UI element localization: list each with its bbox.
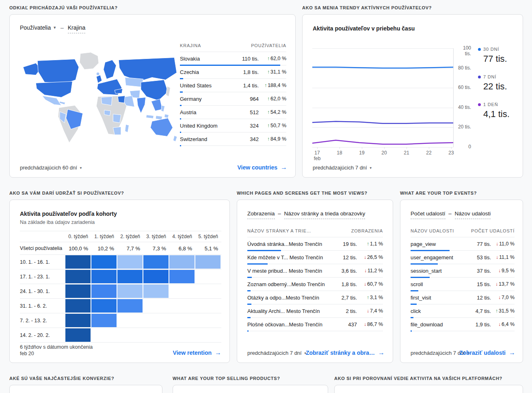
pages-card: Zobrazenia – Názov stránky a trieda obra… bbox=[237, 200, 393, 363]
value-bar bbox=[180, 91, 183, 93]
countries-table-header: KRAJINA POUŽÍVATELIA bbox=[180, 43, 286, 52]
value-bar bbox=[411, 250, 450, 251]
y-tick-label: 60 tis. bbox=[456, 85, 471, 90]
picker-separator: – bbox=[448, 211, 452, 217]
y-tick-label: 100 tis. bbox=[456, 45, 471, 56]
picker-separator: – bbox=[278, 211, 281, 217]
dimension-picker[interactable]: Názov stránky a trieda obrazovky bbox=[284, 211, 365, 219]
view-retention-link[interactable]: View retention→ bbox=[173, 349, 221, 356]
table-row: Zoznam odberný...Mesto Trenčín1,8 tis.↓6… bbox=[247, 278, 383, 291]
page-delta: ↓26,5 % bbox=[357, 254, 383, 260]
page-name: Otázky a odpo...Mesto Trenčín bbox=[247, 295, 336, 301]
cohort-row-label: 7. 2. - 13. 2. bbox=[20, 318, 65, 324]
value-bar bbox=[247, 304, 251, 305]
legend-label: 30 DNÍ bbox=[483, 47, 499, 52]
cohort-row: 10. 1. - 16. 1. bbox=[20, 255, 221, 269]
trend-arrow-icon: ↓ bbox=[364, 281, 366, 287]
country-delta: ↑84,9 % bbox=[259, 136, 286, 142]
page-name: Plošné očkovan...Mesto Trenčín bbox=[247, 321, 336, 328]
cohort-header-row: 0. týždeň 1. týždeň 2. týždeň 3. týždeň … bbox=[20, 231, 221, 242]
gridline bbox=[312, 147, 453, 148]
cohort-column-header: 5. týždeň bbox=[195, 234, 221, 239]
view-pages-link[interactable]: Zobraziť stránky a obra…→ bbox=[306, 349, 385, 356]
page-views: 2 tis. bbox=[336, 308, 357, 314]
events-title: Počet udalostí – Názov udalosti bbox=[411, 211, 491, 217]
cohort-cell bbox=[169, 270, 195, 283]
section-question-pages: WHICH PAGES AND SCREENS GET THE MOST VIE… bbox=[237, 191, 368, 195]
trend-arrow-icon: ↓ bbox=[498, 295, 501, 300]
cohort-row: 24. 1. - 30. 1. bbox=[20, 284, 221, 299]
x-tick-label: 21 bbox=[400, 150, 413, 156]
trend-arrow-icon: ↓ bbox=[498, 321, 501, 327]
event-delta: ↑31,5 % bbox=[491, 308, 515, 314]
x-tick-label: 17feb bbox=[310, 150, 324, 161]
country-delta: ↑62,0 % bbox=[259, 96, 286, 102]
date-range-picker[interactable]: predchádzajúcich 7 dní▼ bbox=[247, 350, 307, 356]
page-delta: ↑3,1 % bbox=[357, 295, 383, 300]
trend-lines-svg bbox=[312, 48, 453, 147]
country-value: 342 bbox=[234, 136, 259, 142]
countries-card: Používatelia▼ – Krajina bbox=[9, 14, 296, 178]
section-question-conversions: AKÉ SÚ VAŠE NAJČASTEJŠIE KONVERZIE? bbox=[9, 376, 114, 381]
arrow-right-icon: → bbox=[509, 349, 515, 356]
event-name: session_start bbox=[411, 268, 469, 274]
trend-arrow-icon: ↓ bbox=[367, 308, 369, 314]
country-name: United States bbox=[180, 83, 234, 89]
page-name: Aktuality Archi... Mesto Trenčín bbox=[247, 308, 336, 314]
metric-picker[interactable]: Počet udalostí bbox=[411, 211, 445, 219]
dimension-picker[interactable]: Názov udalosti bbox=[455, 211, 491, 219]
event-delta: ↓9,5 % bbox=[491, 268, 515, 274]
cohort-column-header: 1. týždeň bbox=[91, 234, 117, 239]
dimension-picker[interactable]: Krajina bbox=[68, 24, 86, 33]
cohort-cell bbox=[91, 299, 117, 313]
cohort-row: 17. 1. - 23. 1. bbox=[20, 269, 221, 284]
cohort-cell bbox=[91, 270, 117, 283]
country-name: Slovakia bbox=[180, 56, 234, 62]
legend-value: 77 tis. bbox=[483, 54, 507, 64]
metric-picker[interactable]: Zobrazenia bbox=[247, 211, 275, 219]
y-tick-label: 0 bbox=[456, 144, 471, 150]
event-count: 1,9 tis. bbox=[469, 321, 491, 328]
cohort-cell bbox=[91, 284, 117, 298]
country-delta: ↑50,7 % bbox=[259, 123, 286, 128]
value-bar bbox=[411, 290, 418, 291]
date-range-picker[interactable]: predchádzajúcich 7 dní▼ bbox=[313, 165, 372, 171]
country-value: 964 bbox=[234, 96, 259, 102]
trends-card: Aktivita používateľov v priebehu času 17… bbox=[302, 14, 523, 178]
event-name: click bbox=[411, 308, 469, 314]
events-table-header: NÁZOV UDALOSTI POČET UDALOSTÍ bbox=[411, 228, 515, 237]
value-bar bbox=[247, 263, 268, 265]
value-bar bbox=[411, 304, 417, 305]
table-row: Germany964↑62,0 % bbox=[180, 92, 286, 106]
cohort-value: 100,0 % bbox=[65, 245, 91, 252]
date-range-picker[interactable]: predchádzajúcich 60 dní▼ bbox=[20, 165, 82, 171]
legend-value: 22 tis. bbox=[483, 81, 507, 92]
page-delta: ↓7,4 % bbox=[357, 308, 383, 314]
metric-dimension-picker: Používatelia▼ – Krajina bbox=[20, 24, 85, 31]
cohort-cell bbox=[65, 299, 91, 313]
dropdown-arrow-icon: ▼ bbox=[79, 166, 82, 170]
events-table: NÁZOV UDALOSTI POČET UDALOSTÍ page_view7… bbox=[411, 228, 515, 331]
cohort-cell bbox=[169, 255, 195, 269]
event-count: 4,7 tis. bbox=[469, 308, 491, 314]
view-countries-link[interactable]: View countries→ bbox=[237, 164, 287, 171]
value-bar bbox=[411, 317, 413, 318]
up-arrow-icon: ↑ bbox=[267, 69, 270, 75]
products-card bbox=[173, 385, 328, 393]
table-row: Slovakia110 tis.↑62,0 % bbox=[180, 52, 286, 65]
x-tick-label: 18 bbox=[333, 150, 346, 156]
cohort-row-label: 24. 1. - 30. 1. bbox=[20, 289, 65, 294]
legend-dot bbox=[478, 103, 481, 106]
trend-arrow-icon: ↑ bbox=[495, 308, 498, 314]
axis-tick bbox=[384, 147, 385, 149]
country-value: 324 bbox=[234, 123, 259, 129]
country-value: 1,4 tis. bbox=[234, 83, 259, 89]
trend-arrow-icon: ↓ bbox=[495, 281, 498, 287]
page-views: 19 tis. bbox=[336, 241, 357, 247]
metric-picker[interactable]: Používatelia▼ bbox=[20, 24, 56, 31]
table-row: Switzerland342↑84,9 % bbox=[180, 132, 286, 146]
value-bar bbox=[180, 132, 181, 133]
cohort-cell bbox=[65, 314, 91, 327]
view-events-link[interactable]: Zobraziť udalosti→ bbox=[459, 349, 515, 356]
value-bar bbox=[411, 277, 430, 278]
